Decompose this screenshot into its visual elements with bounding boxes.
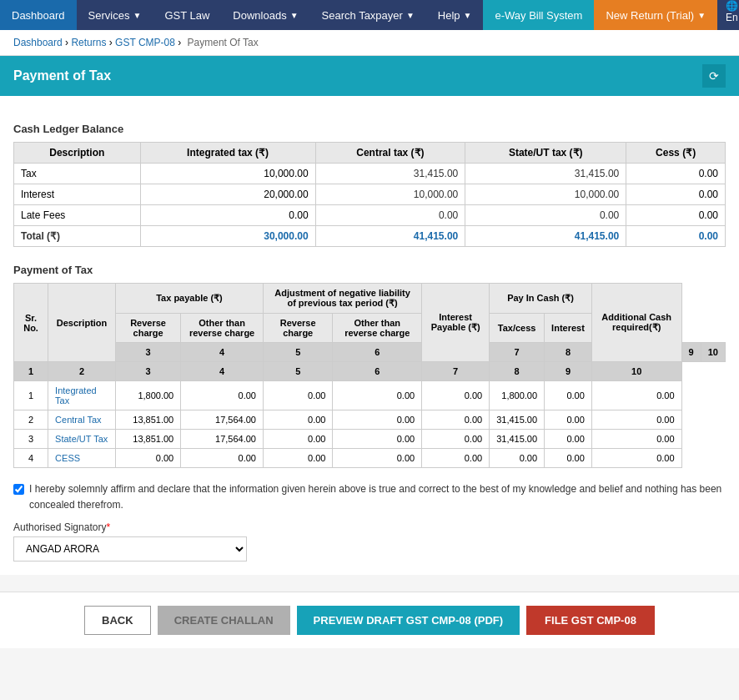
pt-sr: 4 — [14, 449, 48, 468]
sub-adj-reverse: Reverse charge — [263, 314, 332, 343]
sub-tax-cess: Tax/cess — [490, 314, 545, 343]
help-dropdown-arrow: ▼ — [464, 11, 472, 20]
cl-state: 10,000.00 — [465, 184, 626, 205]
pt-desc: State/UT Tax — [48, 430, 116, 449]
col-pay-in-cash: Pay In Cash (₹) — [490, 284, 592, 314]
pt-tax-cess: 31,415.00 — [490, 410, 545, 430]
col-sr-no: Sr. No. — [14, 284, 48, 362]
pt-adj-reverse: 0.00 — [263, 381, 332, 410]
pt-tax-cess: 1,800.00 — [490, 381, 545, 410]
cl-cess: 0.00 — [626, 184, 726, 205]
search-taxpayer-dropdown-arrow: ▼ — [406, 11, 415, 20]
col-tax-payable: Tax payable (₹) — [115, 284, 263, 314]
file-gst-button[interactable]: FILE GST CMP-08 — [526, 606, 655, 635]
cl-desc: Total (₹) — [14, 226, 141, 247]
signatory-dropdown[interactable]: ANGAD ARORA — [13, 536, 247, 562]
num-10: 10 — [701, 343, 725, 362]
col-desc: Description — [48, 284, 116, 362]
services-dropdown-arrow: ▼ — [133, 11, 141, 20]
pt-interest-cash: 0.00 — [545, 430, 592, 449]
navbar: Dashboard Services ▼ GST Law Downloads ▼… — [0, 0, 739, 30]
pt-reverse: 13,851.00 — [115, 410, 180, 430]
cl-integrated: 10,000.00 — [140, 164, 315, 184]
cl-central: 10,000.00 — [315, 184, 465, 205]
payment-tax-title: Payment of Tax — [13, 264, 726, 276]
nav-dashboard[interactable]: Dashboard — [0, 0, 77, 30]
sub-reverse-charge: Reverse charge — [115, 314, 180, 343]
declaration-section: I hereby solemnly affirm and declare tha… — [13, 481, 726, 513]
declaration-checkbox[interactable] — [13, 484, 24, 495]
num-9: 9 — [681, 343, 701, 362]
pt-other-reverse: 17,564.00 — [181, 430, 264, 449]
cl-integrated: 0.00 — [140, 205, 315, 226]
declaration-text: I hereby solemnly affirm and declare tha… — [29, 481, 726, 513]
breadcrumb-gst-cmp-08[interactable]: GST CMP-08 — [115, 37, 175, 48]
pt-reverse: 1,800.00 — [115, 381, 180, 410]
num-4: 4 — [181, 343, 264, 362]
pt-interest-cash: 0.00 — [545, 410, 592, 430]
required-marker: * — [106, 521, 110, 533]
page-header: Payment of Tax ⟳ — [0, 56, 739, 96]
pt-desc: Integrated Tax — [48, 381, 116, 410]
language-indicator: 🌐 En — [717, 0, 739, 30]
pt-tax-cess: 31,415.00 — [490, 430, 545, 449]
cl-integrated: 30,000.00 — [140, 226, 315, 247]
nav-downloads[interactable]: Downloads ▼ — [221, 0, 309, 30]
cl-desc: Interest — [14, 184, 141, 205]
cl-state: 41,415.00 — [465, 226, 626, 247]
pt-interest-cash: 0.00 — [545, 449, 592, 468]
pt-desc: CESS — [48, 449, 116, 468]
breadcrumb-returns[interactable]: Returns — [71, 37, 106, 48]
cl-central: 41,415.00 — [315, 226, 465, 247]
nav-eway[interactable]: e-Way Bill System — [483, 0, 594, 30]
pt-interest: 0.00 — [422, 410, 490, 430]
sub-other-reverse: Other than reverse charge — [181, 314, 264, 343]
nav-new-return[interactable]: New Return (Trial) ▼ — [594, 0, 717, 30]
preview-button[interactable]: PREVIEW DRAFT GST CMP-08 (PDF) — [297, 606, 520, 635]
cl-state: 31,415.00 — [465, 164, 626, 184]
cl-desc: Late Fees — [14, 205, 141, 226]
num-5: 5 — [263, 343, 332, 362]
pt-other-reverse: 0.00 — [181, 449, 264, 468]
pt-adj-other: 0.00 — [333, 449, 422, 468]
col-additional-cash: Additional Cash required(₹) — [591, 284, 681, 362]
pt-additional: 0.00 — [591, 430, 681, 449]
pt-sr: 1 — [14, 381, 48, 410]
pt-adj-other: 0.00 — [333, 410, 422, 430]
footer-buttons: BACK CREATE CHALLAN PREVIEW DRAFT GST CM… — [0, 592, 739, 648]
pt-adj-reverse: 0.00 — [263, 410, 332, 430]
pt-adj-other: 0.00 — [333, 430, 422, 449]
refresh-button[interactable]: ⟳ — [702, 64, 726, 88]
cl-central: 31,415.00 — [315, 164, 465, 184]
payment-of-tax-table: Sr. No. Description Tax payable (₹) Adju… — [13, 283, 726, 468]
cl-desc: Tax — [14, 164, 141, 184]
sub-interest: Interest — [545, 314, 592, 343]
col-interest-payable: Interest Payable (₹) — [422, 284, 490, 362]
cl-cess: 0.00 — [626, 205, 726, 226]
col-state-ut-tax: State/UT tax (₹) — [465, 143, 626, 164]
nav-help[interactable]: Help ▼ — [426, 0, 484, 30]
cash-ledger-title: Cash Ledger Balance — [13, 123, 726, 135]
num-8: 8 — [545, 343, 592, 362]
pt-reverse: 0.00 — [115, 449, 180, 468]
nav-services[interactable]: Services ▼ — [77, 0, 153, 30]
pt-desc: Central Tax — [48, 410, 116, 430]
col-cess: Cess (₹) — [626, 143, 726, 164]
cl-state: 0.00 — [465, 205, 626, 226]
col-central-tax: Central tax (₹) — [315, 143, 465, 164]
num-6: 6 — [333, 343, 422, 362]
pt-interest: 0.00 — [422, 449, 490, 468]
back-button[interactable]: BACK — [84, 606, 151, 635]
cash-ledger-table: Description Integrated tax (₹) Central t… — [13, 142, 726, 247]
col-adj-negative: Adjustment of negative liability of prev… — [263, 284, 421, 314]
pt-other-reverse: 17,564.00 — [181, 410, 264, 430]
pt-additional: 0.00 — [591, 410, 681, 430]
nav-search-taxpayer[interactable]: Search Taxpayer ▼ — [310, 0, 426, 30]
pt-interest: 0.00 — [422, 381, 490, 410]
col-integrated-tax: Integrated tax (₹) — [140, 143, 315, 164]
nav-gst-law[interactable]: GST Law — [153, 0, 221, 30]
num-7: 7 — [490, 343, 545, 362]
pt-reverse: 13,851.00 — [115, 430, 180, 449]
breadcrumb-dashboard[interactable]: Dashboard — [13, 37, 63, 48]
signatory-label: Authorised Signatory* — [13, 521, 726, 533]
